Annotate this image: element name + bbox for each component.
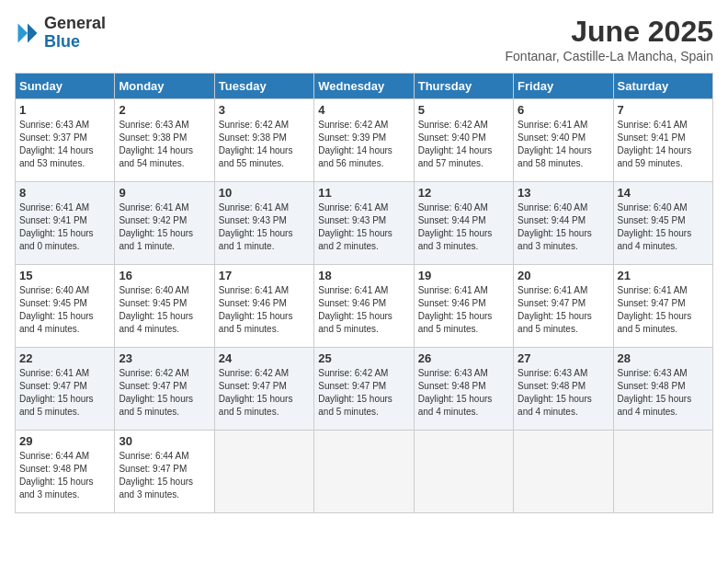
day-number: 20 [518, 269, 609, 282]
day-info: Sunrise: 6:41 AMSunset: 9:47 PMDaylight:… [518, 284, 609, 336]
day-info: Sunrise: 6:43 AMSunset: 9:48 PMDaylight:… [418, 367, 509, 419]
day-info: Sunrise: 6:41 AMSunset: 9:41 PMDaylight:… [618, 119, 709, 170]
day-info: Sunrise: 6:41 AMSunset: 9:46 PMDaylight:… [418, 284, 509, 336]
title-area: June 2025 Fontanar, Castille-La Mancha, … [506, 15, 713, 63]
weekday-header: Thursday [414, 74, 513, 99]
day-number: 8 [19, 186, 110, 200]
day-number: 2 [119, 103, 210, 117]
day-info: Sunrise: 6:41 AMSunset: 9:46 PMDaylight:… [219, 284, 310, 336]
calendar-day-cell: 27Sunrise: 6:43 AMSunset: 9:48 PMDayligh… [514, 348, 613, 431]
calendar-day-cell: 23Sunrise: 6:42 AMSunset: 9:47 PMDayligh… [115, 348, 214, 431]
calendar-day-cell: 4Sunrise: 6:42 AMSunset: 9:39 PMDaylight… [314, 99, 414, 182]
day-info: Sunrise: 6:43 AMSunset: 9:48 PMDaylight:… [518, 367, 609, 419]
calendar-week-row: 8Sunrise: 6:41 AMSunset: 9:41 PMDaylight… [16, 182, 713, 265]
day-info: Sunrise: 6:40 AMSunset: 9:45 PMDaylight:… [618, 201, 709, 253]
calendar-day-cell: 12Sunrise: 6:40 AMSunset: 9:44 PMDayligh… [414, 182, 513, 265]
day-info: Sunrise: 6:40 AMSunset: 9:44 PMDaylight:… [518, 201, 609, 253]
day-number: 15 [19, 269, 110, 282]
day-number: 16 [119, 269, 210, 282]
calendar-day-cell: 22Sunrise: 6:41 AMSunset: 9:47 PMDayligh… [16, 348, 115, 431]
day-info: Sunrise: 6:40 AMSunset: 9:45 PMDaylight:… [119, 284, 210, 336]
logo-text: General Blue [44, 15, 106, 52]
day-number: 17 [219, 269, 310, 282]
day-number: 12 [418, 186, 509, 200]
calendar-day-cell [613, 431, 712, 513]
day-number: 4 [318, 103, 409, 117]
calendar-day-cell [214, 431, 313, 513]
day-number: 13 [518, 186, 609, 200]
calendar-day-cell: 13Sunrise: 6:40 AMSunset: 9:44 PMDayligh… [514, 182, 613, 265]
day-number: 18 [318, 269, 409, 282]
calendar-week-row: 22Sunrise: 6:41 AMSunset: 9:47 PMDayligh… [16, 348, 713, 431]
day-info: Sunrise: 6:44 AMSunset: 9:47 PMDaylight:… [119, 450, 210, 501]
logo-icon [15, 20, 40, 46]
weekday-header: Monday [115, 74, 214, 99]
calendar-day-cell: 1Sunrise: 6:43 AMSunset: 9:37 PMDaylight… [16, 99, 115, 182]
day-info: Sunrise: 6:41 AMSunset: 9:46 PMDaylight:… [318, 284, 409, 336]
weekday-header: Saturday [613, 74, 712, 99]
day-number: 26 [418, 351, 509, 365]
day-number: 11 [318, 186, 409, 200]
logo-blue: Blue [44, 33, 106, 52]
day-info: Sunrise: 6:41 AMSunset: 9:43 PMDaylight:… [318, 201, 409, 253]
calendar-day-cell: 16Sunrise: 6:40 AMSunset: 9:45 PMDayligh… [115, 265, 214, 348]
calendar-day-cell: 17Sunrise: 6:41 AMSunset: 9:46 PMDayligh… [214, 265, 313, 348]
day-number: 10 [219, 186, 310, 200]
calendar-week-row: 29Sunrise: 6:44 AMSunset: 9:48 PMDayligh… [16, 431, 713, 513]
calendar-day-cell: 2Sunrise: 6:43 AMSunset: 9:38 PMDaylight… [115, 99, 214, 182]
day-number: 6 [518, 103, 609, 117]
weekday-header: Sunday [16, 74, 115, 99]
day-number: 9 [119, 186, 210, 200]
calendar-day-cell: 15Sunrise: 6:40 AMSunset: 9:45 PMDayligh… [16, 265, 115, 348]
calendar-day-cell: 11Sunrise: 6:41 AMSunset: 9:43 PMDayligh… [314, 182, 414, 265]
day-number: 22 [19, 351, 110, 365]
day-info: Sunrise: 6:42 AMSunset: 9:47 PMDaylight:… [219, 367, 310, 419]
day-number: 29 [19, 434, 110, 448]
page-header: General Blue June 2025 Fontanar, Castill… [15, 15, 713, 63]
day-info: Sunrise: 6:42 AMSunset: 9:39 PMDaylight:… [318, 119, 409, 170]
weekday-header: Wednesday [314, 74, 414, 99]
calendar-day-cell: 29Sunrise: 6:44 AMSunset: 9:48 PMDayligh… [16, 431, 115, 513]
logo-general: General [44, 15, 106, 33]
day-info: Sunrise: 6:42 AMSunset: 9:47 PMDaylight:… [318, 367, 409, 419]
day-number: 24 [219, 351, 310, 365]
day-info: Sunrise: 6:43 AMSunset: 9:37 PMDaylight:… [19, 119, 110, 170]
calendar-day-cell [414, 431, 513, 513]
calendar-day-cell: 21Sunrise: 6:41 AMSunset: 9:47 PMDayligh… [613, 265, 712, 348]
day-number: 23 [119, 351, 210, 365]
day-info: Sunrise: 6:41 AMSunset: 9:47 PMDaylight:… [618, 284, 709, 336]
day-info: Sunrise: 6:44 AMSunset: 9:48 PMDaylight:… [19, 450, 110, 501]
day-info: Sunrise: 6:41 AMSunset: 9:42 PMDaylight:… [119, 201, 210, 253]
calendar-day-cell: 10Sunrise: 6:41 AMSunset: 9:43 PMDayligh… [214, 182, 313, 265]
calendar-day-cell [314, 431, 414, 513]
calendar-day-cell: 14Sunrise: 6:40 AMSunset: 9:45 PMDayligh… [613, 182, 712, 265]
calendar-day-cell: 3Sunrise: 6:42 AMSunset: 9:38 PMDaylight… [214, 99, 313, 182]
day-number: 3 [219, 103, 310, 117]
calendar-day-cell: 5Sunrise: 6:42 AMSunset: 9:40 PMDaylight… [414, 99, 513, 182]
day-info: Sunrise: 6:43 AMSunset: 9:48 PMDaylight:… [618, 367, 709, 419]
calendar-day-cell: 9Sunrise: 6:41 AMSunset: 9:42 PMDaylight… [115, 182, 214, 265]
calendar-day-cell: 7Sunrise: 6:41 AMSunset: 9:41 PMDaylight… [613, 99, 712, 182]
location-title: Fontanar, Castille-La Mancha, Spain [506, 49, 713, 63]
day-number: 1 [19, 103, 110, 117]
calendar-day-cell: 19Sunrise: 6:41 AMSunset: 9:46 PMDayligh… [414, 265, 513, 348]
calendar-header-row: SundayMondayTuesdayWednesdayThursdayFrid… [16, 74, 713, 99]
day-number: 19 [418, 269, 509, 282]
day-info: Sunrise: 6:43 AMSunset: 9:38 PMDaylight:… [119, 119, 210, 170]
day-info: Sunrise: 6:41 AMSunset: 9:43 PMDaylight:… [219, 201, 310, 253]
day-number: 21 [618, 269, 709, 282]
calendar-table: SundayMondayTuesdayWednesdayThursdayFrid… [15, 73, 713, 513]
calendar-day-cell: 26Sunrise: 6:43 AMSunset: 9:48 PMDayligh… [414, 348, 513, 431]
day-info: Sunrise: 6:40 AMSunset: 9:44 PMDaylight:… [418, 201, 509, 253]
svg-marker-1 [18, 23, 28, 42]
calendar-day-cell: 28Sunrise: 6:43 AMSunset: 9:48 PMDayligh… [613, 348, 712, 431]
day-number: 25 [318, 351, 409, 365]
logo: General Blue [15, 15, 106, 52]
day-number: 7 [618, 103, 709, 117]
day-info: Sunrise: 6:42 AMSunset: 9:40 PMDaylight:… [418, 119, 509, 170]
weekday-header: Tuesday [214, 74, 313, 99]
day-number: 30 [119, 434, 210, 448]
calendar-day-cell: 20Sunrise: 6:41 AMSunset: 9:47 PMDayligh… [514, 265, 613, 348]
calendar-day-cell: 25Sunrise: 6:42 AMSunset: 9:47 PMDayligh… [314, 348, 414, 431]
day-info: Sunrise: 6:42 AMSunset: 9:47 PMDaylight:… [119, 367, 210, 419]
